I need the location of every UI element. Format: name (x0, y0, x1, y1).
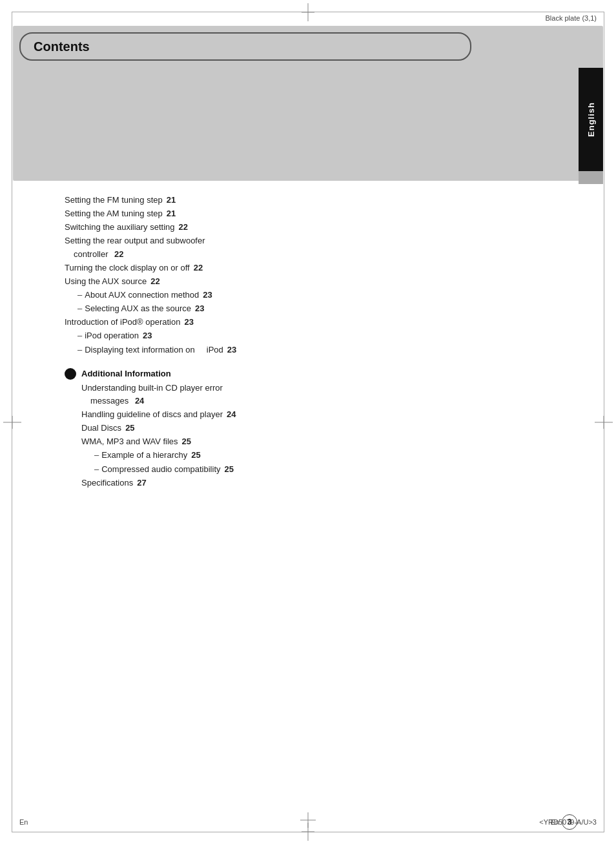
toc-subitem: – Compressed audio compatibility 25 (65, 463, 571, 476)
toc-item: Setting the AM tuning step 21 (65, 207, 571, 220)
toc-item: Understanding built-in CD player error m… (65, 382, 571, 407)
crosshair-right-icon (595, 416, 613, 429)
section-additional-information: Additional Information (65, 368, 571, 380)
page-number-area: En 3 (551, 814, 577, 830)
contents-title: Contents (34, 39, 90, 54)
language-tab-label: English (579, 68, 603, 171)
toc-item: Handling guideline of discs and player 2… (65, 408, 571, 421)
toc-item: Turning the clock display on or off 22 (65, 262, 571, 274)
toc-item: WMA, MP3 and WAV files 25 (65, 435, 571, 448)
toc-item: Dual Discs 25 (65, 422, 571, 435)
footer-en-label: En (19, 818, 28, 826)
section-title-label: Additional Information (81, 369, 171, 378)
crosshair-left-icon (3, 416, 21, 429)
footer-crosshair (300, 812, 316, 830)
toc-subitem: – About AUX connection method 23 (65, 289, 571, 302)
toc-item: Setting the FM tuning step 21 (65, 194, 571, 207)
toc-item: Switching the auxiliary setting 22 (65, 221, 571, 234)
toc-content: Setting the FM tuning step 21 Setting th… (65, 194, 571, 490)
gray-tab-strip (579, 171, 603, 184)
toc-item: Introduction of iPod® operation 23 (65, 316, 571, 329)
contents-box: Contents (19, 32, 471, 61)
toc-item: Setting the rear output and subwoofer co… (65, 234, 571, 260)
crosshair-top-icon (302, 3, 314, 21)
toc-item: Specifications 27 (65, 477, 571, 489)
black-plate-label: Black plate (3,1) (546, 14, 597, 22)
toc-item: Using the AUX source 22 (65, 275, 571, 288)
toc-subitem: – iPod operation 23 (65, 329, 571, 342)
toc-subitem: – Displaying text information on iPod 23 (65, 344, 571, 356)
page-number-badge: 3 (562, 814, 577, 830)
section-bullet-icon (65, 368, 76, 380)
toc-subitem: – Selecting AUX as the source 23 (65, 302, 571, 315)
toc-subitem: – Example of a hierarchy 25 (65, 449, 571, 462)
